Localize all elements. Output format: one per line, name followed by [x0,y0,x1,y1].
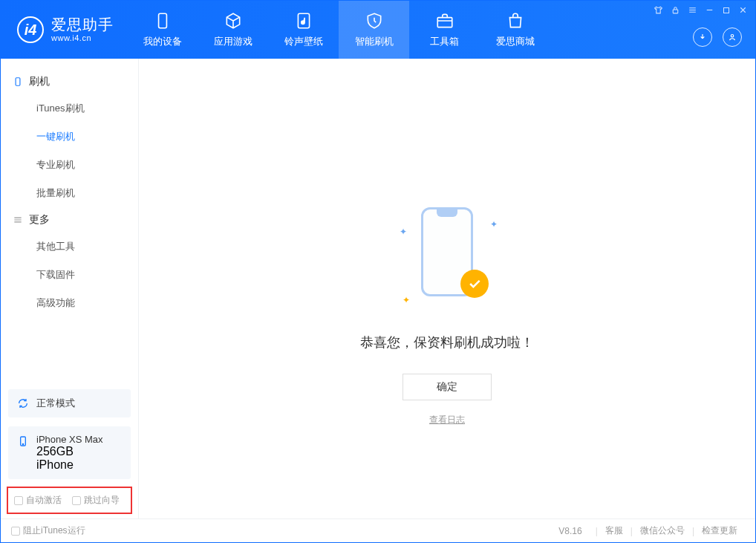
sparkle-icon: ✦ [490,219,498,230]
tab-apps-games[interactable]: 应用游戏 [198,1,268,59]
checkbox-skip-guide[interactable]: 跳过向导 [72,494,120,507]
maximize-button[interactable] [722,6,731,15]
sidebar-item-itunes-flash[interactable]: iTunes刷机 [1,94,138,123]
sidebar-item-oneclick-flash[interactable]: 一键刷机 [1,123,138,151]
content-area: ✦ ✦ ✦ 恭喜您，保资料刷机成功啦！ 确定 查看日志 [139,59,755,518]
tab-toolbox[interactable]: 工具箱 [409,1,480,59]
sidebar-spacer [1,317,138,385]
view-log-link[interactable]: 查看日志 [429,414,465,426]
mode-label: 正常模式 [36,397,75,410]
checkbox-block-itunes[interactable]: 阻止iTunes运行 [11,524,85,537]
logo-area: i4 爱思助手 www.i4.cn [1,1,127,59]
svg-rect-4 [724,7,729,13]
download-button[interactable] [693,27,712,47]
sidebar-header-more: 更多 [1,207,138,233]
close-button[interactable] [738,5,748,15]
sidebar-item-advanced[interactable]: 高级功能 [1,289,138,317]
checkbox-icon [11,527,20,536]
toolbox-icon [435,11,454,30]
shield-icon [365,11,384,30]
svg-rect-0 [158,13,166,28]
user-button[interactable] [723,27,742,47]
checkbox-icon [72,496,81,505]
tab-smart-flash[interactable]: 智能刷机 [339,1,409,59]
device-icon [153,11,172,30]
nav-label: 我的设备 [143,35,182,48]
sidebar-item-other-tools[interactable]: 其他工具 [1,233,138,261]
nav-label: 铃声壁纸 [284,35,323,48]
more-icon [13,215,23,225]
sidebar-item-download-firmware[interactable]: 下载固件 [1,261,138,289]
sidebar: 刷机 iTunes刷机 一键刷机 专业刷机 批量刷机 更多 其他工具 下载固件 … [1,59,139,518]
success-illustration: ✦ ✦ ✦ [395,207,499,311]
titlebar-controls [654,5,748,15]
sidebar-header-flash: 刷机 [1,69,138,94]
checkbox-label: 阻止iTunes运行 [23,524,85,537]
sparkle-icon: ✦ [403,295,410,305]
ok-button[interactable]: 确定 [403,374,492,400]
music-icon [294,11,313,30]
sidebar-item-batch-flash[interactable]: 批量刷机 [1,179,138,207]
checkbox-auto-activate[interactable]: 自动激活 [14,494,62,507]
footer: 阻止iTunes运行 V8.16 | 客服 | 微信公众号 | 检查更新 [1,518,755,542]
sidebar-header-label: 刷机 [29,75,50,88]
shirt-icon[interactable] [654,5,663,15]
device-type: iPhone [36,458,103,472]
tab-store[interactable]: 爱思商城 [480,1,550,59]
phone-icon [17,435,29,447]
refresh-icon [17,397,29,409]
sidebar-item-pro-flash[interactable]: 专业刷机 [1,151,138,179]
footer-link-update[interactable]: 检查更新 [694,524,745,537]
device-box[interactable]: iPhone XS Max 256GB iPhone [8,426,131,479]
lock-icon[interactable] [671,5,680,15]
logo-icon: i4 [17,16,44,43]
svg-rect-2 [437,18,452,27]
success-message: 恭喜您，保资料刷机成功啦！ [360,334,534,351]
footer-link-wechat[interactable]: 微信公众号 [633,524,692,537]
nav-label: 爱思商城 [496,35,535,48]
menu-icon[interactable] [688,5,697,15]
checkbox-label: 自动激活 [26,494,62,507]
checkbox-label: 跳过向导 [84,494,120,507]
device-storage: 256GB [36,445,103,458]
checkbox-row-highlight: 自动激活 跳过向导 [7,487,132,514]
nav-label: 工具箱 [430,35,459,48]
app-url: www.i4.cn [51,33,114,43]
device-info: iPhone XS Max 256GB iPhone [36,434,103,472]
mode-box[interactable]: 正常模式 [8,389,131,417]
header: i4 爱思助手 www.i4.cn 我的设备 应用游戏 铃声壁纸 智能刷机 [1,1,755,59]
svg-rect-3 [673,10,678,13]
sparkle-icon: ✦ [400,227,407,237]
nav-label: 应用游戏 [214,35,252,48]
cube-icon [224,11,243,30]
device-name: iPhone XS Max [36,434,103,445]
sidebar-section-more: 更多 其他工具 下载固件 高级功能 [1,207,138,317]
check-badge-icon [460,270,489,298]
bag-icon [506,11,525,30]
body: 刷机 iTunes刷机 一键刷机 专业刷机 批量刷机 更多 其他工具 下载固件 … [1,59,755,518]
tab-ringtone-wallpaper[interactable]: 铃声壁纸 [268,1,339,59]
app-window: i4 爱思助手 www.i4.cn 我的设备 应用游戏 铃声壁纸 智能刷机 [0,0,756,543]
version-label: V8.16 [558,526,581,536]
sidebar-header-label: 更多 [29,213,50,227]
nav-tabs: 我的设备 应用游戏 铃声壁纸 智能刷机 工具箱 爱思商城 [127,1,550,59]
svg-rect-6 [16,78,20,86]
phone-icon [13,77,23,87]
svg-point-5 [731,35,734,38]
minimize-button[interactable] [705,5,714,15]
footer-link-support[interactable]: 客服 [598,524,630,537]
header-right [693,27,742,47]
tab-my-device[interactable]: 我的设备 [127,1,198,59]
nav-label: 智能刷机 [355,35,394,48]
sidebar-section-flash: 刷机 iTunes刷机 一键刷机 专业刷机 批量刷机 [1,69,138,207]
checkbox-icon [14,496,23,505]
app-name: 爱思助手 [51,16,114,33]
logo-text: 爱思助手 www.i4.cn [51,16,114,43]
svg-point-8 [22,443,23,444]
